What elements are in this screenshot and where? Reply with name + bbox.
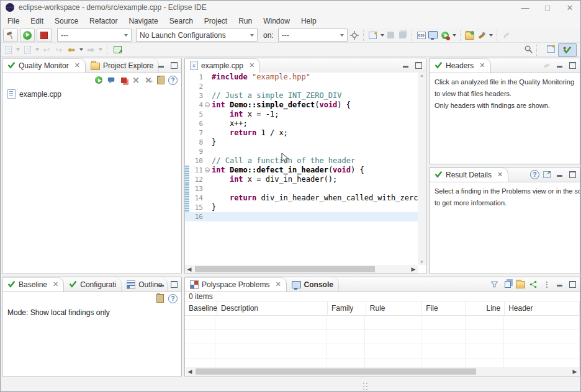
code-line[interactable]: 2 [185, 82, 418, 91]
code-line[interactable]: 3// Just a simple INT_ZERO_DIV [185, 91, 418, 100]
minimize-view-icon[interactable] [554, 279, 565, 290]
launch-config-combo[interactable]: No Launch Configurations [136, 29, 258, 42]
build-config-combo[interactable]: --- [57, 29, 132, 42]
previous-annotation-icon[interactable]: ↑ [22, 45, 32, 55]
table-row[interactable] [185, 316, 580, 330]
gear-icon[interactable] [349, 30, 359, 40]
open-perspective-icon[interactable]: ✦ [546, 44, 556, 54]
code-line[interactable]: 9 [185, 147, 418, 156]
help-icon[interactable]: ? [168, 294, 178, 303]
save-icon[interactable] [386, 30, 396, 40]
minimize-view-icon[interactable] [155, 279, 167, 290]
maximize-view-icon[interactable] [567, 60, 579, 71]
column-header[interactable]: Rule [366, 302, 422, 315]
show-justifications-icon[interactable] [106, 75, 116, 85]
code-line[interactable]: 16 [185, 212, 418, 221]
scroll-right-icon[interactable]: ▶ [570, 367, 579, 376]
code-line[interactable]: 4int Demo::simple_defect(void) { [185, 100, 418, 110]
fold-collapse-icon[interactable] [205, 167, 210, 172]
remove-result-icon[interactable] [119, 75, 128, 85]
help-icon[interactable]: ? [168, 76, 178, 85]
column-header[interactable]: File [422, 302, 466, 315]
build-button[interactable] [3, 29, 18, 42]
code-line[interactable]: 5 int x = -1; [185, 110, 418, 119]
menu-item[interactable]: Navigate [123, 15, 163, 27]
copy-icon[interactable] [502, 279, 513, 290]
fold-collapse-icon[interactable] [205, 102, 210, 107]
external-tools-icon[interactable] [477, 30, 487, 40]
new-wizard-icon[interactable]: ✦ [368, 30, 378, 40]
share-icon[interactable] [528, 279, 539, 290]
column-header[interactable]: Header [505, 302, 580, 315]
column-header[interactable]: Description [217, 302, 328, 315]
menu-item[interactable]: Source [49, 15, 84, 27]
run-analysis-icon[interactable] [94, 75, 104, 85]
run-last-launch-icon[interactable] [440, 30, 450, 40]
column-header[interactable]: Family [328, 302, 366, 315]
binary-file-icon[interactable]: 010 [417, 30, 426, 40]
view-menu-icon[interactable] [541, 279, 552, 290]
new-wizard-menu-arrow[interactable] [381, 34, 384, 37]
scrollbar-thumb[interactable] [195, 266, 375, 272]
back-history-icon[interactable]: ⇐ [66, 45, 76, 55]
horizontal-scrollbar[interactable]: ◀ ▶ [186, 367, 579, 376]
close-icon[interactable]: ✕ [53, 280, 58, 288]
report-icon[interactable] [156, 75, 166, 85]
scroll-left-icon[interactable]: ◀ [186, 367, 194, 376]
close-window-button[interactable]: ✕ [559, 1, 580, 14]
scroll-up-icon[interactable]: ▲ [420, 73, 425, 78]
launch-target-combo[interactable]: --- [278, 29, 348, 42]
open-resource-icon[interactable] [465, 30, 475, 40]
code-line[interactable]: 14 return div_in_header_when_called_with… [185, 194, 418, 203]
run-quality-button[interactable] [20, 29, 35, 42]
column-header[interactable]: Baseline [185, 302, 217, 315]
maximize-view-icon[interactable] [168, 60, 180, 71]
tab-configuration[interactable]: Configurati [64, 277, 122, 292]
editor-body[interactable]: 1#include "example.hpp"23// Just a simpl… [185, 73, 426, 274]
minimize-window-button[interactable]: — [515, 1, 536, 14]
help-icon[interactable]: ? [530, 170, 539, 179]
sash-drag-handle[interactable] [363, 383, 368, 390]
stop-button[interactable] [37, 29, 52, 42]
column-header[interactable]: Line [466, 302, 505, 315]
maximize-window-button[interactable]: □ [537, 1, 558, 14]
tab-result-details[interactable]: Result Details ✕ [430, 167, 508, 182]
menu-item[interactable]: Project [199, 15, 233, 27]
menu-item[interactable]: Search [164, 15, 199, 27]
close-icon[interactable]: ✕ [249, 61, 254, 69]
code-line[interactable]: 6 x++; [185, 119, 418, 128]
back-history-menu-arrow[interactable] [79, 48, 83, 51]
next-annotation-icon[interactable]: ↓ [3, 45, 13, 55]
previous-annotation-menu-arrow[interactable] [35, 48, 39, 51]
tab-quality-monitor[interactable]: Quality Monitor ✕ [2, 58, 86, 73]
clear-icon[interactable]: ✕ [131, 75, 141, 85]
tab-headers[interactable]: Headers ✕ [430, 58, 491, 73]
table-row[interactable] [185, 330, 580, 344]
horizontal-scrollbar[interactable]: ◀ ▶ [185, 265, 418, 274]
minimize-view-icon[interactable] [554, 60, 565, 71]
close-icon[interactable]: ✕ [275, 280, 281, 288]
vertical-scrollbar[interactable]: ▲▼ [418, 73, 426, 265]
save-all-icon[interactable] [398, 30, 408, 40]
forward-history-menu-arrow[interactable] [99, 48, 102, 51]
code-line[interactable]: 13 [185, 184, 418, 194]
eraser-icon[interactable] [541, 60, 552, 71]
maximize-view-icon[interactable] [567, 279, 579, 290]
search-icon[interactable] [523, 44, 533, 54]
forward-history-icon[interactable]: ⇒ [86, 45, 96, 55]
tab-baseline[interactable]: Baseline ✕ [2, 277, 64, 292]
scrollbar-thumb[interactable] [196, 368, 476, 375]
menu-item[interactable]: Help [295, 15, 322, 27]
tab-project-explorer[interactable]: Project Explore [86, 58, 159, 73]
code-line[interactable]: 15} [185, 203, 418, 212]
close-icon[interactable]: ✕ [74, 61, 80, 69]
run-menu-arrow[interactable] [453, 34, 456, 37]
pencil-icon[interactable] [502, 30, 511, 40]
menu-item[interactable]: Run [233, 15, 258, 27]
minimize-view-icon[interactable] [400, 60, 412, 71]
scroll-left-icon[interactable]: ◀ [185, 265, 194, 274]
minimize-view-icon[interactable] [155, 60, 167, 71]
maximize-view-icon[interactable] [567, 169, 579, 180]
maximize-view-icon[interactable] [413, 60, 425, 71]
code-line[interactable]: 1#include "example.hpp" [185, 73, 418, 82]
